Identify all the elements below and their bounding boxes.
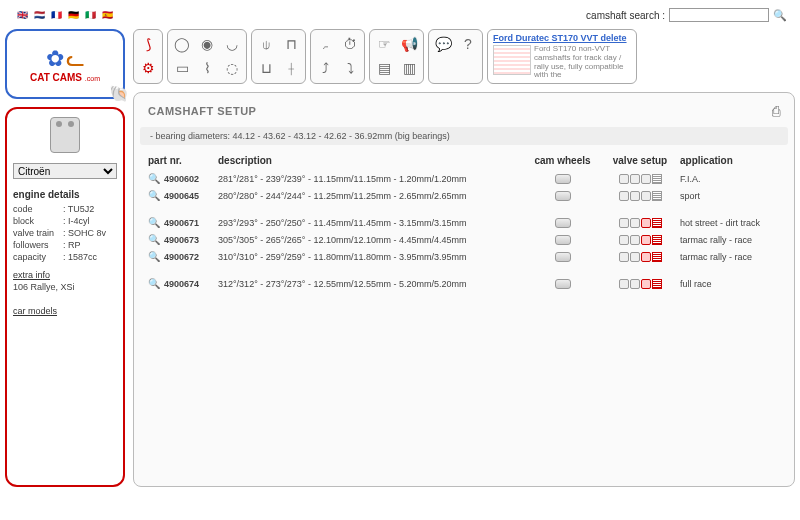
content-title: CAMSHAFT SETUP [148, 105, 256, 117]
th-desc: description [218, 155, 525, 166]
magnify-icon[interactable]: 🔍 [148, 251, 160, 262]
promo-title[interactable]: Ford Duratec ST170 VVT delete [493, 33, 631, 43]
description: 281°/281° - 239°/239° - 11.15mm/11.15mm … [218, 174, 525, 184]
bolt-icon[interactable]: ⟊ [280, 57, 302, 79]
logo[interactable]: ✿ ᓚ CAT CAMS .com 🐚 [5, 29, 125, 99]
magnify-icon[interactable]: 🔍 [148, 173, 160, 184]
valve-setup-icons[interactable] [600, 174, 680, 184]
valve-setup-icons[interactable] [600, 252, 680, 262]
flag-es[interactable]: 🇪🇸 [100, 10, 114, 20]
valve-icon[interactable]: ⍦ [255, 33, 277, 55]
page-icon[interactable]: ▥ [398, 57, 420, 79]
application: tarmac rally - race [680, 252, 780, 262]
part-number[interactable]: 4900672 [164, 252, 199, 262]
flag-uk[interactable]: 🇬🇧 [15, 10, 29, 20]
horn-icon[interactable]: 📢 [398, 33, 420, 55]
part-number[interactable]: 4900645 [164, 191, 199, 201]
table-row: 🔍4900673305°/305° - 265°/265° - 12.10mm/… [140, 231, 788, 248]
tool-group-6: 💬 ? [428, 29, 483, 84]
brand-select[interactable]: Citroën [13, 163, 117, 179]
language-flags: 🇬🇧 🇳🇱 🇫🇷 🇩🇪 🇮🇹 🇪🇸 [15, 10, 114, 20]
engine-diagram-icon [13, 117, 117, 155]
gauge-icon[interactable]: ⏱ [339, 33, 361, 55]
cam-wheels-icon[interactable] [525, 279, 600, 289]
cam-wheels-icon[interactable] [525, 252, 600, 262]
car-models-link[interactable]: car models [13, 306, 117, 316]
description: 312°/312° - 273°/273° - 12.55mm/12.55mm … [218, 279, 525, 289]
detail-label: valve train [13, 228, 63, 238]
spring-icon[interactable]: ⌇ [196, 57, 218, 79]
magnify-icon[interactable]: 🔍 [148, 190, 160, 201]
curve-icon[interactable]: ⤴ [314, 57, 336, 79]
search-icon[interactable]: 🔍 [773, 9, 785, 21]
flag-de[interactable]: 🇩🇪 [66, 10, 80, 20]
valve-setup-icons[interactable] [600, 279, 680, 289]
tool-group-2: ◯ ◉ ◡ ▭ ⌇ ◌ [167, 29, 247, 84]
th-app: application [680, 155, 780, 166]
valve-setup-icons[interactable] [600, 235, 680, 245]
cam-wheels-icon[interactable] [525, 235, 600, 245]
description: 305°/305° - 265°/265° - 12.10mm/12.10mm … [218, 235, 525, 245]
print-icon[interactable]: ⎙ [772, 103, 780, 119]
hand-icon[interactable]: ☞ [373, 33, 395, 55]
cam-wheels-icon[interactable] [525, 174, 600, 184]
magnify-icon[interactable]: 🔍 [148, 278, 160, 289]
camshaft-icon[interactable]: ⟆ [137, 33, 159, 55]
application: full race [680, 279, 780, 289]
flag-fr[interactable]: 🇫🇷 [49, 10, 63, 20]
detail-value: : TU5J2 [63, 204, 94, 214]
gear-icon[interactable]: ⚙ [137, 57, 159, 79]
description: 293°/293° - 250°/250° - 11.45mm/11.45mm … [218, 218, 525, 228]
application: hot street - dirt track [680, 218, 780, 228]
description: 280°/280° - 244°/244° - 11.25mm/11.25mm … [218, 191, 525, 201]
chart-icon[interactable]: ⤵ [339, 57, 361, 79]
engine-details-title: engine details [13, 189, 117, 200]
part-number[interactable]: 4900671 [164, 218, 199, 228]
logo-cat-orange-icon: ᓚ [66, 46, 85, 72]
chat-icon[interactable]: 💬 [432, 33, 454, 55]
detail-value: : SOHC 8v [63, 228, 106, 238]
lifter-icon[interactable]: ▭ [171, 57, 193, 79]
detail-value: : RP [63, 240, 81, 250]
flag-nl[interactable]: 🇳🇱 [32, 10, 46, 20]
flag-it[interactable]: 🇮🇹 [83, 10, 97, 20]
guide-icon[interactable]: ⊔ [255, 57, 277, 79]
application: tarmac rally - race [680, 235, 780, 245]
application: F.I.A. [680, 174, 780, 184]
extra-info-text: 106 Rallye, XSi [13, 282, 117, 292]
search-input[interactable] [669, 8, 769, 22]
doc-icon[interactable]: ▤ [373, 57, 395, 79]
detail-label: code [13, 204, 63, 214]
detail-value: : 1587cc [63, 252, 97, 262]
logo-suffix: .com [85, 75, 100, 82]
piston-icon[interactable]: ⊓ [280, 33, 302, 55]
application: sport [680, 191, 780, 201]
search-label: camshaft search : [586, 10, 665, 21]
table-row: 🔍4900672310°/310° - 259°/259° - 11.80mm/… [140, 248, 788, 265]
tool-group-3: ⍦ ⊓ ⊔ ⟊ [251, 29, 306, 84]
description: 310°/310° - 259°/259° - 11.80mm/11.80mm … [218, 252, 525, 262]
help-icon[interactable]: ? [457, 33, 479, 55]
detail-label: block [13, 216, 63, 226]
cam-wheels-icon[interactable] [525, 191, 600, 201]
magnify-icon[interactable]: 🔍 [148, 217, 160, 228]
retainer-icon[interactable]: ◉ [196, 33, 218, 55]
detail-value: : I-4cyl [63, 216, 90, 226]
part-number[interactable]: 4900673 [164, 235, 199, 245]
table-row: 🔍4900602281°/281° - 239°/239° - 11.15mm/… [140, 170, 788, 187]
shim-icon[interactable]: ◌ [221, 57, 243, 79]
tool-group-1: ⟆ ⚙ [133, 29, 163, 84]
cam-wheels-icon[interactable] [525, 218, 600, 228]
graph-icon[interactable]: ⦧ [314, 33, 336, 55]
valve-setup-icons[interactable] [600, 218, 680, 228]
promo-image [493, 45, 531, 75]
part-number[interactable]: 4900674 [164, 279, 199, 289]
seat-icon[interactable]: ◡ [221, 33, 243, 55]
magnify-icon[interactable]: 🔍 [148, 234, 160, 245]
pulley-icon[interactable]: ◯ [171, 33, 193, 55]
part-number[interactable]: 4900602 [164, 174, 199, 184]
logo-cat-blue-icon: ✿ [46, 46, 64, 72]
tool-group-5: ☞ 📢 ▤ ▥ [369, 29, 424, 84]
valve-setup-icons[interactable] [600, 191, 680, 201]
extra-info-link[interactable]: extra info [13, 270, 117, 280]
